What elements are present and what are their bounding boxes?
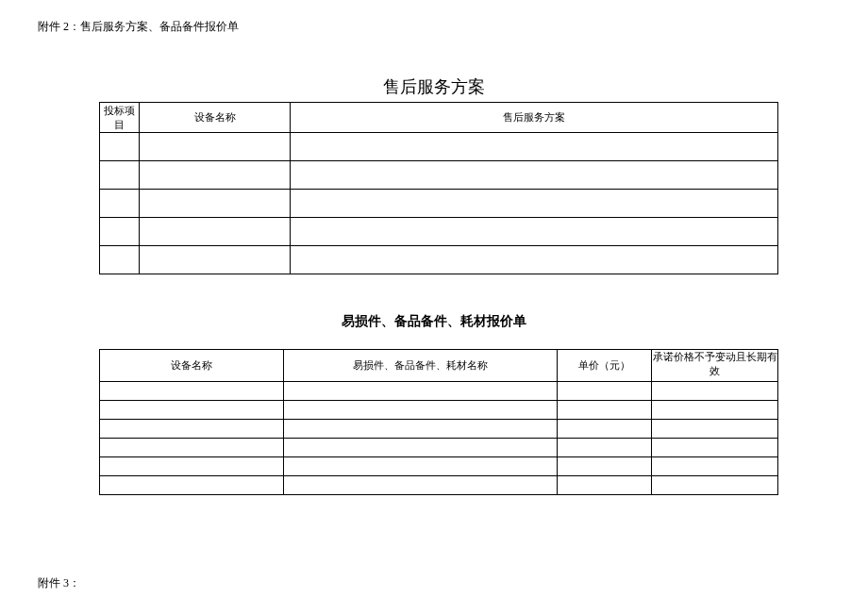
cell	[100, 246, 140, 274]
cell	[100, 476, 284, 495]
after-sales-service-table: 投标项目 设备名称 售后服务方案	[99, 102, 778, 274]
table-row	[100, 439, 778, 457]
cell	[652, 476, 778, 495]
cell	[652, 457, 778, 476]
th-device-name: 设备名称	[140, 103, 291, 133]
cell	[100, 457, 284, 476]
cell	[100, 161, 140, 190]
cell	[140, 133, 291, 161]
cell	[100, 420, 284, 439]
cell	[140, 190, 291, 218]
cell	[558, 439, 652, 457]
cell	[291, 133, 778, 161]
table-row	[100, 190, 778, 218]
cell	[652, 420, 778, 439]
th-price-commitment: 承诺价格不予变动且长期有效	[652, 350, 778, 382]
table-row	[100, 457, 778, 476]
cell	[140, 161, 291, 190]
cell	[284, 457, 558, 476]
spare-parts-quote-table: 设备名称 易损件、备品备件、耗材名称 单价（元） 承诺价格不予变动且长期有效	[99, 349, 778, 495]
cell	[100, 133, 140, 161]
cell	[284, 382, 558, 401]
cell	[100, 218, 140, 246]
after-sales-service-table-wrapper: 投标项目 设备名称 售后服务方案	[99, 102, 778, 274]
table-row	[100, 382, 778, 401]
spare-parts-quote-table-wrapper: 设备名称 易损件、备品备件、耗材名称 单价（元） 承诺价格不予变动且长期有效	[99, 349, 778, 495]
cell	[140, 218, 291, 246]
cell	[652, 382, 778, 401]
th-device-name: 设备名称	[100, 350, 284, 382]
table-row	[100, 246, 778, 274]
cell	[284, 476, 558, 495]
cell	[558, 457, 652, 476]
table-row	[100, 401, 778, 420]
table-header-row: 设备名称 易损件、备品备件、耗材名称 单价（元） 承诺价格不予变动且长期有效	[100, 350, 778, 382]
table-row	[100, 476, 778, 495]
cell	[291, 161, 778, 190]
cell	[100, 401, 284, 420]
th-service-plan: 售后服务方案	[291, 103, 778, 133]
cell	[291, 218, 778, 246]
section1-title: 售后服务方案	[0, 75, 868, 98]
cell	[558, 420, 652, 439]
attachment-2-label: 附件 2：售后服务方案、备品备件报价单	[38, 19, 239, 35]
cell	[284, 401, 558, 420]
attachment-3-label: 附件 3：	[38, 575, 80, 591]
cell	[652, 439, 778, 457]
table-row	[100, 218, 778, 246]
cell	[558, 476, 652, 495]
cell	[284, 420, 558, 439]
table-header-row: 投标项目 设备名称 售后服务方案	[100, 103, 778, 133]
cell	[284, 439, 558, 457]
cell	[140, 246, 291, 274]
cell	[558, 382, 652, 401]
table-row	[100, 161, 778, 190]
cell	[291, 246, 778, 274]
cell	[100, 439, 284, 457]
th-parts-name: 易损件、备品备件、耗材名称	[284, 350, 558, 382]
cell	[100, 382, 284, 401]
table-row	[100, 420, 778, 439]
cell	[291, 190, 778, 218]
cell	[558, 401, 652, 420]
cell	[100, 190, 140, 218]
cell	[652, 401, 778, 420]
table-row	[100, 133, 778, 161]
section2-title: 易损件、备品备件、耗材报价单	[0, 313, 868, 330]
th-bid-project: 投标项目	[100, 103, 140, 133]
th-unit-price: 单价（元）	[558, 350, 652, 382]
